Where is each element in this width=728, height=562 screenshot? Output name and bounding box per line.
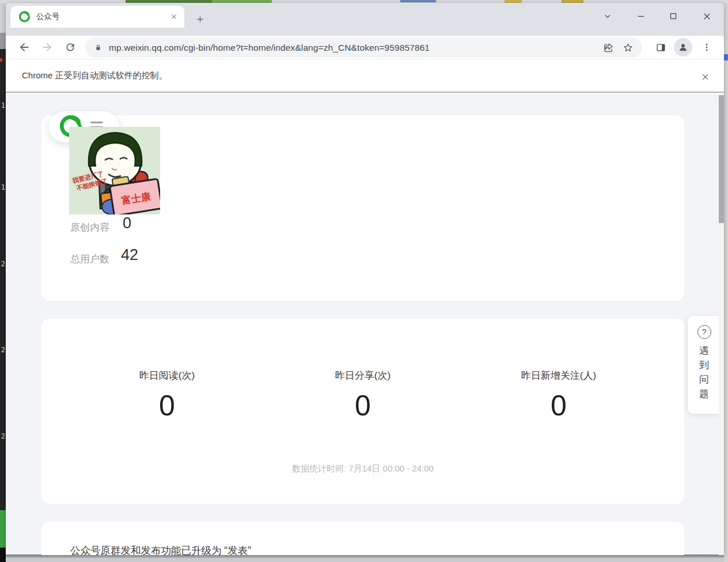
desktop-accent-fragment (724, 54, 728, 61)
help-label-char: 问 (688, 372, 721, 387)
metric-share-value: 0 (265, 391, 461, 420)
metric-read: 昨日阅读(次) 0 (69, 369, 265, 420)
side-panel-button[interactable] (651, 38, 670, 56)
metric-read-label: 昨日阅读(次) (69, 369, 265, 382)
background-window-fragment (0, 58, 2, 62)
yesterday-metrics-card: 昨日阅读(次) 0 昨日分享(次) 0 昨日新增关注(人) 0 数据统计时间: … (41, 319, 684, 504)
profile-avatar-button[interactable] (674, 38, 692, 56)
infobar-message: Chrome 正受到自动测试软件的控制。 (22, 70, 168, 81)
editor-line-number: 2 (0, 260, 6, 268)
mp-home-page: 原创内容 0 总用户数 42 (6, 94, 724, 555)
metric-share: 昨日分享(次) 0 (265, 369, 461, 420)
reload-button[interactable] (61, 38, 79, 56)
background-window-fragment (0, 548, 6, 562)
background-window-fragment (0, 510, 6, 548)
tab-weixin-mp[interactable]: 公众号 (10, 6, 184, 28)
window-chevron-button[interactable] (597, 7, 618, 25)
back-button[interactable] (15, 38, 33, 56)
editor-line-number: 1 (0, 101, 6, 110)
editor-line-number: 2 (0, 346, 6, 354)
help-feedback-panel[interactable]: ? 遇 到 问 题 (688, 316, 721, 414)
browser-window: 公众号 (6, 3, 724, 555)
publish-upgrade-card: 公众号原群发和发布功能已升级为 “发表” (41, 522, 684, 555)
help-label-char: 题 (688, 387, 721, 401)
browser-toolbar: mp.weixin.qq.com/cgi-bin/home?t=home/ind… (6, 36, 724, 59)
metric-read-value: 0 (69, 391, 265, 420)
bookmark-star-button[interactable] (619, 39, 636, 56)
metric-new-followers: 昨日新增关注(人) 0 (461, 369, 657, 420)
total-users-value: 42 (121, 246, 138, 264)
window-minimize-button[interactable] (631, 7, 651, 25)
editor-line-number: 2 (0, 432, 6, 440)
editor-line-number: 1 (0, 183, 6, 191)
screen: 1 1 2 2 2 公众号 (0, 0, 728, 562)
tab-strip: 公众号 (6, 3, 724, 36)
original-content-value: 0 (123, 214, 131, 232)
automation-infobar: Chrome 正受到自动测试软件的控制。 (6, 59, 724, 93)
page-scrollbar-thumb[interactable] (719, 95, 724, 223)
share-button[interactable] (600, 39, 617, 56)
desktop-bottom-sliver (6, 558, 724, 562)
stats-time-note: 数据统计时间: 7月14日 00:00 - 24:00 (41, 463, 684, 474)
https-lock-icon (93, 43, 103, 52)
tab-title: 公众号 (36, 12, 168, 22)
metric-share-label: 昨日分享(次) (265, 369, 461, 382)
forward-button[interactable] (38, 38, 56, 56)
help-label-char: 到 (688, 358, 721, 372)
address-bar[interactable]: mp.weixin.qq.com/cgi-bin/home?t=home/ind… (85, 37, 642, 58)
publish-upgrade-text: 公众号原群发和发布功能已升级为 “发表” (70, 544, 251, 555)
background-window-fragment (0, 33, 6, 49)
help-label-char: 遇 (688, 344, 721, 358)
metric-new-followers-value: 0 (461, 391, 657, 420)
wechat-mp-favicon-icon (18, 11, 31, 23)
background-window-fragment (0, 3, 6, 33)
account-avatar-image: 富士康 我要进厂了 不能挨饿了 (69, 127, 160, 214)
background-window-strip: 1 1 2 2 2 (0, 3, 6, 562)
total-users-label: 总用户数 (70, 252, 109, 266)
original-content-label: 原创内容 (70, 221, 109, 234)
browser-menu-button[interactable] (697, 38, 716, 56)
metric-row: 昨日阅读(次) 0 昨日分享(次) 0 昨日新增关注(人) 0 (41, 319, 684, 420)
page-scrollbar-track[interactable] (719, 94, 724, 555)
window-close-button[interactable] (696, 7, 717, 25)
infobar-close-button[interactable] (697, 69, 712, 84)
window-maximize-button[interactable] (663, 7, 684, 25)
url-text: mp.weixin.qq.com/cgi-bin/home?t=home/ind… (109, 43, 595, 53)
question-mark-icon: ? (697, 325, 711, 339)
desktop-icon-fragment (400, 0, 436, 2)
metric-new-followers-label: 昨日新增关注(人) (461, 369, 657, 382)
desktop-right-sliver (724, 3, 728, 562)
new-tab-button[interactable] (191, 10, 208, 28)
tab-close-button[interactable] (168, 11, 180, 22)
